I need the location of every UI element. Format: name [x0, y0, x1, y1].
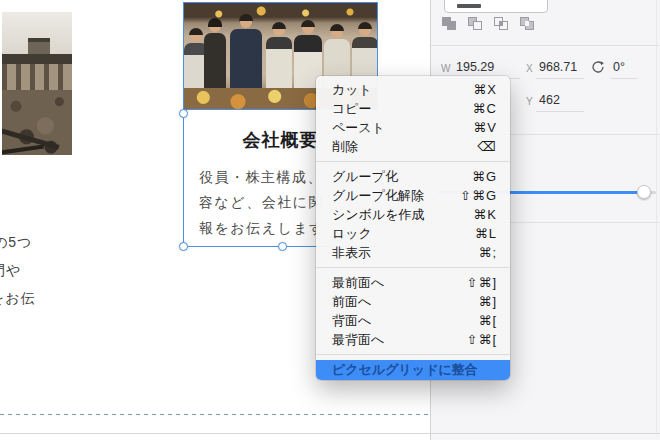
width-field[interactable]: 195.29	[456, 60, 494, 74]
left-text-line[interactable]: 門や	[0, 262, 21, 280]
menu-item-create-symbol[interactable]: シンボルを作成 ⌘K	[316, 205, 510, 224]
width-field-label: W	[441, 63, 450, 74]
menu-item-lock[interactable]: ロック ⌘L	[316, 224, 510, 243]
collapsed-dropdown[interactable]	[444, 0, 548, 13]
menu-item-delete[interactable]: 削除 ⌫	[316, 137, 510, 156]
menu-item-shortcut: ⌘V	[473, 118, 497, 137]
article-body-line[interactable]: 容など、会社に関	[199, 194, 324, 212]
menu-item-label: 最背面へ	[332, 330, 384, 349]
menu-item-bring-to-front[interactable]: 最前面へ ⇧⌘]	[316, 273, 510, 292]
menu-separator	[316, 354, 510, 355]
left-text-line[interactable]: をお伝	[0, 290, 36, 308]
menu-item-send-backward[interactable]: 背面へ ⌘[	[316, 311, 510, 330]
menu-item-align-to-pixel-grid[interactable]: ピクセルグリッドに整合	[316, 360, 510, 380]
person-figure	[230, 16, 262, 91]
subtract-icon[interactable]	[468, 17, 483, 31]
context-menu: カット ⌘X コピー ⌘C ペースト ⌘V 削除 ⌫ グループ化 ⌘G グループ…	[316, 76, 510, 380]
menu-item-shortcut: ⌘[	[478, 311, 497, 330]
selection-handle-bottom-left[interactable]	[179, 242, 188, 251]
dashed-guide-line	[0, 414, 428, 415]
menu-item-cut[interactable]: カット ⌘X	[316, 80, 510, 99]
dropdown-text-fragment	[457, 4, 481, 8]
menu-item-shortcut: ⌘]	[478, 292, 497, 311]
menu-item-label: 最前面へ	[332, 273, 384, 292]
menu-item-bring-forward[interactable]: 前面へ ⌘]	[316, 292, 510, 311]
selection-handle-mid-left[interactable]	[179, 109, 188, 118]
menu-item-label: グループ化解除	[332, 186, 424, 205]
panel-divider	[431, 45, 660, 46]
menu-item-hide[interactable]: 非表示 ⌘;	[316, 243, 510, 262]
person-figure	[204, 20, 226, 91]
rotation-icon	[591, 60, 605, 74]
selection-handle-bottom-mid[interactable]	[278, 242, 287, 251]
menu-item-paste[interactable]: ペースト ⌘V	[316, 118, 510, 137]
menu-item-copy[interactable]: コピー ⌘C	[316, 99, 510, 118]
menu-separator	[316, 267, 510, 268]
menu-item-label: 背面へ	[332, 311, 371, 330]
house-photo-roof	[2, 54, 72, 64]
menu-separator	[316, 161, 510, 162]
menu-item-label: 削除	[332, 137, 358, 156]
field-underline	[536, 78, 584, 79]
menu-item-shortcut: ⇧⌘]	[466, 273, 497, 292]
person-figure	[266, 24, 292, 91]
menu-item-shortcut: ⌫	[478, 137, 497, 156]
menu-item-label: ペースト	[332, 118, 385, 137]
x-field[interactable]: 968.71	[539, 60, 577, 74]
difference-icon[interactable]	[520, 17, 535, 31]
menu-item-ungroup[interactable]: グループ化解除 ⇧⌘G	[316, 186, 510, 205]
menu-item-label: 前面へ	[332, 292, 371, 311]
artboard-bottom-edge	[0, 433, 660, 434]
y-field[interactable]: 462	[539, 93, 560, 107]
menu-item-group[interactable]: グループ化 ⌘G	[316, 167, 510, 186]
boolean-operations-toolbar	[442, 17, 535, 31]
menu-item-send-to-back[interactable]: 最背面へ ⇧⌘[	[316, 330, 510, 349]
opacity-slider-handle[interactable]	[637, 185, 651, 199]
menu-item-shortcut: ⌘X	[473, 80, 497, 99]
menu-item-label: グループ化	[332, 167, 398, 186]
y-field-label: Y	[526, 96, 533, 107]
house-photo-layer[interactable]	[2, 12, 72, 155]
union-icon[interactable]	[442, 17, 457, 31]
left-text-line[interactable]: の5つ	[0, 234, 32, 252]
menu-item-shortcut: ⌘G	[472, 167, 497, 186]
app-window: の5つ 門や をお伝 会社概要 役員・株主構成、 容など、会社に関 報をお伝えし…	[0, 0, 660, 440]
menu-item-label: ロック	[332, 224, 372, 243]
menu-item-shortcut: ⌘C	[473, 99, 497, 118]
x-field-label: X	[526, 63, 533, 74]
menu-item-label: コピー	[332, 99, 372, 118]
menu-item-label: ピクセルグリッドに整合	[332, 360, 478, 380]
menu-item-label: 非表示	[332, 243, 371, 262]
menu-item-shortcut: ⌘;	[478, 243, 497, 262]
menu-item-shortcut: ⌘L	[475, 224, 497, 243]
house-photo-ground	[2, 90, 72, 155]
article-body-line[interactable]: 役員・株主構成、	[199, 169, 323, 187]
intersect-icon[interactable]	[494, 17, 509, 31]
house-photo-wall	[2, 64, 72, 90]
field-underline	[611, 78, 638, 79]
menu-item-shortcut: ⇧⌘G	[460, 186, 497, 205]
menu-item-shortcut: ⌘K	[473, 205, 497, 224]
menu-item-label: カット	[332, 80, 372, 99]
field-underline	[536, 111, 584, 112]
panel-right-edge	[656, 0, 657, 433]
menu-item-label: シンボルを作成	[332, 205, 425, 224]
house-photo-log	[2, 145, 44, 155]
article-body-line[interactable]: 報をお伝えします	[199, 220, 325, 238]
rotation-field[interactable]: 0°	[613, 60, 625, 74]
menu-item-shortcut: ⇧⌘[	[466, 330, 497, 349]
selection-left-edge	[183, 2, 184, 247]
